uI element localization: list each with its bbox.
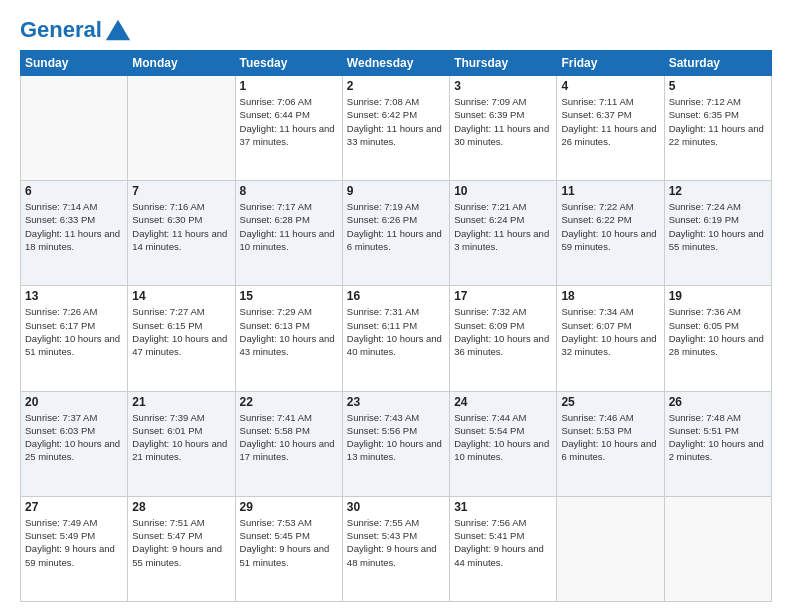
calendar-cell: 5Sunrise: 7:12 AM Sunset: 6:35 PM Daylig… bbox=[664, 76, 771, 181]
day-number: 15 bbox=[240, 289, 338, 303]
calendar-cell: 27Sunrise: 7:49 AM Sunset: 5:49 PM Dayli… bbox=[21, 496, 128, 601]
day-info: Sunrise: 7:55 AM Sunset: 5:43 PM Dayligh… bbox=[347, 516, 445, 569]
day-number: 3 bbox=[454, 79, 552, 93]
day-number: 27 bbox=[25, 500, 123, 514]
calendar-cell: 17Sunrise: 7:32 AM Sunset: 6:09 PM Dayli… bbox=[450, 286, 557, 391]
day-number: 19 bbox=[669, 289, 767, 303]
day-info: Sunrise: 7:14 AM Sunset: 6:33 PM Dayligh… bbox=[25, 200, 123, 253]
day-number: 12 bbox=[669, 184, 767, 198]
calendar-week-row: 27Sunrise: 7:49 AM Sunset: 5:49 PM Dayli… bbox=[21, 496, 772, 601]
day-info: Sunrise: 7:27 AM Sunset: 6:15 PM Dayligh… bbox=[132, 305, 230, 358]
calendar-cell: 2Sunrise: 7:08 AM Sunset: 6:42 PM Daylig… bbox=[342, 76, 449, 181]
calendar-cell: 25Sunrise: 7:46 AM Sunset: 5:53 PM Dayli… bbox=[557, 391, 664, 496]
calendar-cell: 11Sunrise: 7:22 AM Sunset: 6:22 PM Dayli… bbox=[557, 181, 664, 286]
day-number: 8 bbox=[240, 184, 338, 198]
calendar-cell: 10Sunrise: 7:21 AM Sunset: 6:24 PM Dayli… bbox=[450, 181, 557, 286]
day-number: 6 bbox=[25, 184, 123, 198]
day-number: 21 bbox=[132, 395, 230, 409]
day-info: Sunrise: 7:12 AM Sunset: 6:35 PM Dayligh… bbox=[669, 95, 767, 148]
day-info: Sunrise: 7:21 AM Sunset: 6:24 PM Dayligh… bbox=[454, 200, 552, 253]
weekday-header: Monday bbox=[128, 51, 235, 76]
day-number: 2 bbox=[347, 79, 445, 93]
day-number: 26 bbox=[669, 395, 767, 409]
calendar-cell: 4Sunrise: 7:11 AM Sunset: 6:37 PM Daylig… bbox=[557, 76, 664, 181]
calendar-cell: 15Sunrise: 7:29 AM Sunset: 6:13 PM Dayli… bbox=[235, 286, 342, 391]
day-info: Sunrise: 7:24 AM Sunset: 6:19 PM Dayligh… bbox=[669, 200, 767, 253]
calendar-cell bbox=[128, 76, 235, 181]
calendar-cell: 29Sunrise: 7:53 AM Sunset: 5:45 PM Dayli… bbox=[235, 496, 342, 601]
day-number: 10 bbox=[454, 184, 552, 198]
calendar-cell: 12Sunrise: 7:24 AM Sunset: 6:19 PM Dayli… bbox=[664, 181, 771, 286]
day-number: 13 bbox=[25, 289, 123, 303]
day-number: 25 bbox=[561, 395, 659, 409]
day-info: Sunrise: 7:51 AM Sunset: 5:47 PM Dayligh… bbox=[132, 516, 230, 569]
calendar-cell: 8Sunrise: 7:17 AM Sunset: 6:28 PM Daylig… bbox=[235, 181, 342, 286]
day-info: Sunrise: 7:41 AM Sunset: 5:58 PM Dayligh… bbox=[240, 411, 338, 464]
day-number: 9 bbox=[347, 184, 445, 198]
calendar-cell: 3Sunrise: 7:09 AM Sunset: 6:39 PM Daylig… bbox=[450, 76, 557, 181]
weekday-header: Saturday bbox=[664, 51, 771, 76]
day-info: Sunrise: 7:53 AM Sunset: 5:45 PM Dayligh… bbox=[240, 516, 338, 569]
calendar-cell: 21Sunrise: 7:39 AM Sunset: 6:01 PM Dayli… bbox=[128, 391, 235, 496]
logo-text: General bbox=[20, 18, 102, 42]
calendar-cell bbox=[557, 496, 664, 601]
day-info: Sunrise: 7:19 AM Sunset: 6:26 PM Dayligh… bbox=[347, 200, 445, 253]
day-number: 1 bbox=[240, 79, 338, 93]
day-number: 7 bbox=[132, 184, 230, 198]
calendar-cell: 20Sunrise: 7:37 AM Sunset: 6:03 PM Dayli… bbox=[21, 391, 128, 496]
day-number: 16 bbox=[347, 289, 445, 303]
day-info: Sunrise: 7:37 AM Sunset: 6:03 PM Dayligh… bbox=[25, 411, 123, 464]
day-info: Sunrise: 7:22 AM Sunset: 6:22 PM Dayligh… bbox=[561, 200, 659, 253]
calendar-cell: 19Sunrise: 7:36 AM Sunset: 6:05 PM Dayli… bbox=[664, 286, 771, 391]
calendar-cell: 18Sunrise: 7:34 AM Sunset: 6:07 PM Dayli… bbox=[557, 286, 664, 391]
day-number: 14 bbox=[132, 289, 230, 303]
calendar-cell: 6Sunrise: 7:14 AM Sunset: 6:33 PM Daylig… bbox=[21, 181, 128, 286]
weekday-header: Sunday bbox=[21, 51, 128, 76]
day-number: 29 bbox=[240, 500, 338, 514]
day-info: Sunrise: 7:09 AM Sunset: 6:39 PM Dayligh… bbox=[454, 95, 552, 148]
calendar-body: 1Sunrise: 7:06 AM Sunset: 6:44 PM Daylig… bbox=[21, 76, 772, 602]
day-number: 22 bbox=[240, 395, 338, 409]
day-info: Sunrise: 7:32 AM Sunset: 6:09 PM Dayligh… bbox=[454, 305, 552, 358]
calendar-cell: 9Sunrise: 7:19 AM Sunset: 6:26 PM Daylig… bbox=[342, 181, 449, 286]
day-info: Sunrise: 7:44 AM Sunset: 5:54 PM Dayligh… bbox=[454, 411, 552, 464]
day-info: Sunrise: 7:08 AM Sunset: 6:42 PM Dayligh… bbox=[347, 95, 445, 148]
calendar-cell: 31Sunrise: 7:56 AM Sunset: 5:41 PM Dayli… bbox=[450, 496, 557, 601]
day-info: Sunrise: 7:36 AM Sunset: 6:05 PM Dayligh… bbox=[669, 305, 767, 358]
day-info: Sunrise: 7:16 AM Sunset: 6:30 PM Dayligh… bbox=[132, 200, 230, 253]
day-info: Sunrise: 7:17 AM Sunset: 6:28 PM Dayligh… bbox=[240, 200, 338, 253]
day-info: Sunrise: 7:34 AM Sunset: 6:07 PM Dayligh… bbox=[561, 305, 659, 358]
day-info: Sunrise: 7:11 AM Sunset: 6:37 PM Dayligh… bbox=[561, 95, 659, 148]
day-info: Sunrise: 7:39 AM Sunset: 6:01 PM Dayligh… bbox=[132, 411, 230, 464]
day-number: 31 bbox=[454, 500, 552, 514]
calendar-cell: 30Sunrise: 7:55 AM Sunset: 5:43 PM Dayli… bbox=[342, 496, 449, 601]
day-number: 5 bbox=[669, 79, 767, 93]
svg-marker-0 bbox=[106, 20, 130, 41]
calendar-cell: 24Sunrise: 7:44 AM Sunset: 5:54 PM Dayli… bbox=[450, 391, 557, 496]
day-number: 17 bbox=[454, 289, 552, 303]
day-info: Sunrise: 7:56 AM Sunset: 5:41 PM Dayligh… bbox=[454, 516, 552, 569]
logo-icon bbox=[104, 16, 132, 44]
calendar-cell: 1Sunrise: 7:06 AM Sunset: 6:44 PM Daylig… bbox=[235, 76, 342, 181]
day-info: Sunrise: 7:26 AM Sunset: 6:17 PM Dayligh… bbox=[25, 305, 123, 358]
day-number: 11 bbox=[561, 184, 659, 198]
calendar-table: SundayMondayTuesdayWednesdayThursdayFrid… bbox=[20, 50, 772, 602]
day-number: 4 bbox=[561, 79, 659, 93]
day-info: Sunrise: 7:48 AM Sunset: 5:51 PM Dayligh… bbox=[669, 411, 767, 464]
calendar-cell: 23Sunrise: 7:43 AM Sunset: 5:56 PM Dayli… bbox=[342, 391, 449, 496]
calendar-cell: 16Sunrise: 7:31 AM Sunset: 6:11 PM Dayli… bbox=[342, 286, 449, 391]
weekday-header: Wednesday bbox=[342, 51, 449, 76]
header: General bbox=[20, 16, 772, 40]
day-number: 23 bbox=[347, 395, 445, 409]
day-info: Sunrise: 7:29 AM Sunset: 6:13 PM Dayligh… bbox=[240, 305, 338, 358]
weekday-header: Thursday bbox=[450, 51, 557, 76]
weekday-header: Friday bbox=[557, 51, 664, 76]
calendar-header-row: SundayMondayTuesdayWednesdayThursdayFrid… bbox=[21, 51, 772, 76]
day-info: Sunrise: 7:43 AM Sunset: 5:56 PM Dayligh… bbox=[347, 411, 445, 464]
day-number: 24 bbox=[454, 395, 552, 409]
calendar-week-row: 13Sunrise: 7:26 AM Sunset: 6:17 PM Dayli… bbox=[21, 286, 772, 391]
day-info: Sunrise: 7:31 AM Sunset: 6:11 PM Dayligh… bbox=[347, 305, 445, 358]
day-info: Sunrise: 7:06 AM Sunset: 6:44 PM Dayligh… bbox=[240, 95, 338, 148]
day-number: 20 bbox=[25, 395, 123, 409]
day-number: 28 bbox=[132, 500, 230, 514]
